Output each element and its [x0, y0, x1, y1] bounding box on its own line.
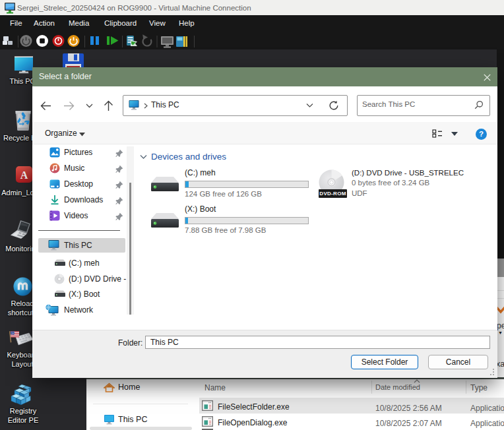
- svg-text:A: A: [20, 169, 28, 181]
